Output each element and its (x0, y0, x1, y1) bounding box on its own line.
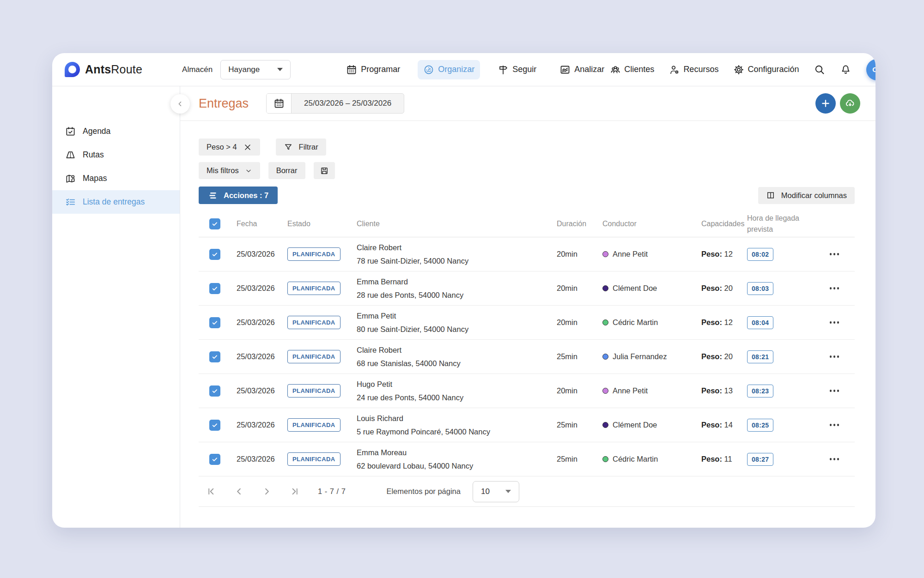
add-button[interactable] (815, 93, 836, 114)
capacity-value: 20 (724, 284, 733, 292)
column-header-estado[interactable]: Estado (282, 218, 351, 229)
row-checkbox[interactable] (209, 283, 220, 294)
check-icon (211, 285, 219, 292)
column-header-duracion[interactable]: Duración (551, 218, 597, 229)
first-page-button[interactable] (204, 484, 219, 499)
export-button[interactable] (840, 93, 860, 114)
column-header-fecha[interactable]: Fecha (231, 218, 282, 229)
row-date: 25/03/2026 (231, 421, 282, 429)
row-date: 25/03/2026 (231, 318, 282, 327)
eta-badge: 08:25 (747, 419, 773, 432)
my-filters-select[interactable]: Mis filtros (199, 162, 260, 179)
funnel-icon (284, 143, 293, 152)
row-duration: 25min (551, 455, 597, 464)
row-duration: 25min (551, 421, 597, 429)
sidebar-item-mapas[interactable]: Mapas (52, 167, 180, 190)
nav-tab-seguir[interactable]: Seguir (492, 60, 542, 79)
row-checkbox[interactable] (209, 351, 220, 362)
sidebar-item-rutas[interactable]: Rutas (52, 143, 180, 167)
driver-color-dot (602, 456, 608, 462)
bell-icon (840, 64, 851, 75)
date-picker-calendar-button[interactable] (267, 94, 292, 113)
row-date: 25/03/2026 (231, 250, 282, 259)
caret-down-icon (505, 490, 511, 493)
next-page-button[interactable] (260, 484, 274, 499)
row-checkbox[interactable] (209, 249, 220, 260)
user-avatar[interactable]: CJ (866, 59, 875, 80)
sidebar-item-lista-de-entregas[interactable]: Lista de entregas (52, 190, 180, 214)
brand-logo[interactable]: AntsRoute (65, 62, 142, 77)
row-checkbox[interactable] (209, 317, 220, 328)
actions-button[interactable]: Acciones : 7 (199, 187, 278, 204)
filter-chip-peso[interactable]: Peso > 4 (199, 138, 260, 156)
warehouse-select[interactable]: Hayange (220, 60, 291, 79)
check-icon (211, 319, 219, 326)
nav-tab-organizar[interactable]: Organizar (418, 60, 480, 79)
pagination-bar: 1 - 7 / 7 Elementos por página 10 (199, 476, 855, 507)
driver-color-dot (602, 388, 608, 394)
map-pin-icon (65, 173, 76, 184)
modify-columns-button[interactable]: Modificar columnas (758, 187, 855, 204)
nav-tab-programar[interactable]: Programar (340, 60, 406, 79)
row-menu-button[interactable] (829, 387, 840, 395)
save-filter-button[interactable] (314, 162, 335, 179)
row-duration: 20min (551, 386, 597, 395)
nav-recursos[interactable]: Recursos (669, 64, 718, 75)
close-icon[interactable] (243, 143, 252, 152)
check-icon (211, 220, 219, 228)
chevron-left-icon (234, 486, 244, 497)
clear-filters-button[interactable]: Borrar (268, 162, 305, 179)
row-checkbox[interactable] (209, 420, 220, 431)
date-range-picker[interactable]: 25/03/2026 – 25/03/2026 (266, 93, 404, 114)
nav-configuracion[interactable]: Configuración (733, 64, 799, 75)
row-menu-button[interactable] (829, 319, 840, 326)
column-header-conductor[interactable]: Conductor (597, 218, 696, 229)
warehouse-value: Hayange (228, 65, 260, 74)
capacity-label: Peso: (701, 386, 722, 395)
last-page-button[interactable] (287, 484, 302, 499)
check-icon (211, 421, 219, 429)
filter-button[interactable]: Filtrar (276, 138, 326, 156)
driver-color-dot (602, 422, 608, 428)
client-name: Emma Moreau (357, 448, 551, 457)
column-header-hora-llegada[interactable]: Hora de llegada prevista (742, 213, 804, 234)
row-menu-button[interactable] (829, 250, 840, 258)
eta-badge: 08:04 (747, 316, 773, 329)
calendar-check-icon (65, 126, 76, 137)
row-menu-button[interactable] (829, 421, 840, 429)
deliveries-table: Fecha Estado Cliente Duración Conductor … (199, 211, 855, 476)
notifications-button[interactable] (840, 64, 851, 75)
select-all-checkbox[interactable] (209, 218, 220, 229)
capacity-label: Peso: (701, 421, 722, 429)
row-duration: 20min (551, 318, 597, 327)
row-checkbox[interactable] (209, 454, 220, 465)
nav-clientes[interactable]: Clientes (610, 64, 654, 75)
search-icon (814, 64, 825, 75)
row-date: 25/03/2026 (231, 455, 282, 464)
gauge-icon (423, 64, 434, 75)
row-duration: 20min (551, 250, 597, 259)
row-menu-button[interactable] (829, 284, 840, 292)
capacity-label: Peso: (701, 455, 722, 463)
header-actions (815, 93, 860, 114)
status-badge: PLANIFICADA (287, 384, 340, 397)
sidebar-item-agenda[interactable]: Agenda (52, 120, 180, 143)
date-range-value: 25/03/2026 – 25/03/2026 (292, 94, 404, 113)
nav-tab-analizar[interactable]: Analizar (554, 60, 610, 79)
row-menu-button[interactable] (829, 455, 840, 463)
table-row: 25/03/2026 PLANIFICADA Emma Petit 80 rue… (199, 306, 855, 340)
per-page-select[interactable]: 10 (473, 481, 519, 502)
client-name: Louis Richard (357, 414, 551, 423)
page-title: Entregas (199, 96, 249, 111)
sidebar-collapse-button[interactable] (170, 94, 190, 114)
check-icon (211, 251, 219, 258)
row-checkbox[interactable] (209, 385, 220, 397)
column-header-cliente[interactable]: Cliente (351, 218, 551, 229)
table-row: 25/03/2026 PLANIFICADA Hugo Petit 24 rue… (199, 374, 855, 408)
previous-page-button[interactable] (232, 484, 246, 499)
column-header-capacidades[interactable]: Capacidades (696, 218, 742, 229)
row-menu-button[interactable] (829, 353, 840, 361)
last-page-icon (289, 486, 300, 497)
chevron-down-icon (245, 167, 252, 175)
search-button[interactable] (814, 64, 825, 75)
